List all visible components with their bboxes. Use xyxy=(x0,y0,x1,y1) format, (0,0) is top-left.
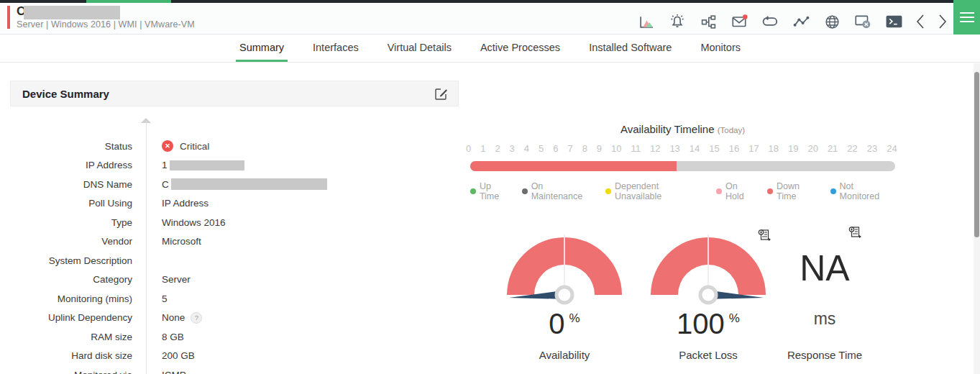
availability-gauge xyxy=(507,233,622,302)
critical-status-icon: ✕ xyxy=(162,140,173,152)
workflow-icon[interactable] xyxy=(696,11,720,32)
menu-hamburger-button[interactable] xyxy=(953,0,980,35)
field-hard-disk-size: Hard disk size 200 GB xyxy=(10,347,459,366)
device-meta: Server | Windows 2016 | WMI | VMware-VM xyxy=(17,19,195,29)
response-time-label: Response Time xyxy=(767,349,882,361)
legend-not-monitored: Not Monitored xyxy=(830,181,895,201)
performance-chart-icon[interactable] xyxy=(634,11,659,32)
scrollbar-thumb[interactable] xyxy=(974,72,979,237)
tab-interfaces[interactable]: Interfaces xyxy=(309,35,362,62)
packet-loss-value: 100 % xyxy=(651,309,766,338)
device-tabs: Summary Interfaces Virtual Details Activ… xyxy=(0,35,980,63)
timeline-downtime-segment[interactable] xyxy=(470,161,677,171)
packet-loss-label: Packet Loss xyxy=(651,349,766,361)
ip-redacted xyxy=(170,160,244,170)
forward-chevron-icon[interactable] xyxy=(935,11,951,32)
timeline-bar[interactable] xyxy=(470,161,895,171)
timeline-hour-scale: 0123456789101112131415161718192021222324 xyxy=(466,143,897,154)
timeline-legend: Up Time On Maintenance Dependent Unavail… xyxy=(470,181,895,201)
field-monitoring-mins: Monitoring (mins) 5 xyxy=(10,289,459,309)
header-toolbar xyxy=(634,6,951,37)
response-time-report-icon[interactable] xyxy=(848,226,862,240)
tab-virtual-details[interactable]: Virtual Details xyxy=(384,35,455,62)
packet-loss-gauge xyxy=(651,233,766,302)
legend-down-time: Down Time xyxy=(767,181,821,201)
field-ip-address: IP Address 1 xyxy=(10,156,459,175)
alarms-bell-icon[interactable] xyxy=(665,11,690,32)
dns-redacted xyxy=(171,178,327,190)
help-icon[interactable]: ? xyxy=(191,312,202,324)
device-name-redacted xyxy=(24,6,120,19)
availability-label: Availability xyxy=(507,349,622,361)
availability-timeline-title: Availability Timeline (Today) xyxy=(470,123,895,135)
packet-loss-report-icon[interactable] xyxy=(758,229,771,242)
field-system-description: System Description xyxy=(10,251,459,270)
legend-dependent-unavailable: Dependent Unavailable xyxy=(605,181,707,201)
device-header: O Server | Windows 2016 | WMI | VMware-V… xyxy=(0,3,980,35)
field-vendor: Vendor Microsoft xyxy=(10,232,459,252)
tab-summary[interactable]: Summary xyxy=(236,35,288,62)
sync-loop-icon[interactable] xyxy=(758,11,782,32)
line-graph-icon[interactable] xyxy=(789,11,813,32)
field-poll-using: Poll Using IP Address xyxy=(10,194,459,214)
legend-on-hold: On Hold xyxy=(716,181,758,201)
legend-up-time: Up Time xyxy=(470,181,513,201)
device-summary-title: Device Summary xyxy=(22,88,109,100)
web-globe-icon[interactable] xyxy=(820,11,844,32)
back-chevron-icon[interactable] xyxy=(912,11,928,32)
field-status: Status ✕ Critical xyxy=(10,137,459,156)
legend-on-maintenance: On Maintenance xyxy=(522,181,596,201)
field-monitored-via: Monitored via ICMP xyxy=(10,365,459,374)
field-dns-name: DNS Name C xyxy=(10,175,459,194)
tab-active-processes[interactable]: Active Processes xyxy=(477,35,564,62)
mail-icon[interactable] xyxy=(727,11,751,32)
device-status-color-bar xyxy=(7,6,10,29)
device-summary-header: Device Summary xyxy=(10,81,459,106)
tab-installed-software[interactable]: Installed Software xyxy=(585,35,675,62)
field-ram-size: RAM size 8 GB xyxy=(10,327,459,347)
response-time-unit: ms xyxy=(767,309,882,329)
field-uplink-dependency: Uplink Dependency None ? xyxy=(10,309,459,328)
availability-value: 0 % xyxy=(507,309,622,338)
terminal-icon[interactable] xyxy=(881,11,906,32)
field-type: Type Windows 2016 xyxy=(10,213,459,232)
remote-desktop-icon[interactable] xyxy=(851,11,875,32)
device-summary-fields: Status ✕ Critical IP Address 1 DNS Name … xyxy=(10,137,459,374)
tab-monitors[interactable]: Monitors xyxy=(697,35,744,62)
edit-icon[interactable] xyxy=(434,87,448,101)
response-time-value: NA xyxy=(767,247,882,289)
field-category: Category Server xyxy=(10,270,459,290)
timeline-period: (Today) xyxy=(718,126,745,134)
